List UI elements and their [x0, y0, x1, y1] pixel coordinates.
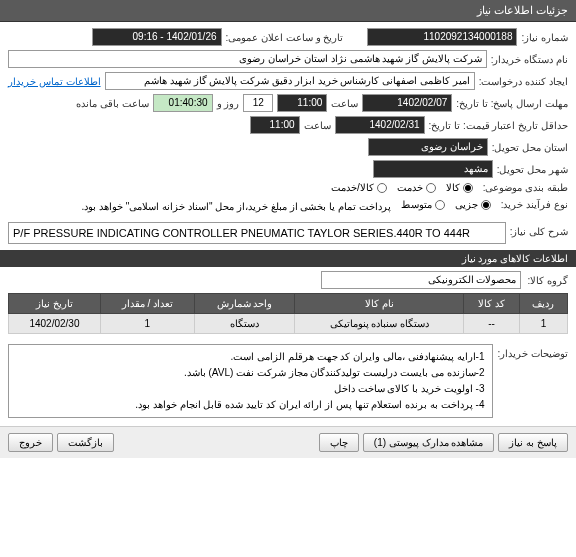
- need-number-label: شماره نیاز:: [521, 32, 568, 43]
- note-line: 3- اولویت خرید با کالای ساخت داخل: [17, 381, 484, 397]
- table-row[interactable]: 1 -- دستگاه سنباده پنوماتیکی دستگاه 1 14…: [9, 314, 568, 334]
- price-valid-date: 1402/02/31: [335, 116, 425, 134]
- buyer-label: نام دستگاه خریدار:: [491, 54, 568, 65]
- province-label: استان محل تحویل:: [492, 142, 568, 153]
- th-row: ردیف: [519, 294, 567, 314]
- creator-value: امیر کاظمی اصفهانی کارشناس خرید ابزار دق…: [105, 72, 475, 90]
- form-section: شماره نیاز: 1102092134000188 تاریخ و ساع…: [0, 22, 576, 222]
- td-code: --: [464, 314, 520, 334]
- td-row: 1: [519, 314, 567, 334]
- group-value: محصولات الکترونیکی: [321, 271, 521, 289]
- province-value: خراسان رضوی: [368, 138, 488, 156]
- purchase-note: پرداخت تمام یا بخشی از مبلغ خرید،از محل …: [81, 201, 390, 212]
- th-date: تاریخ نیاز: [9, 294, 101, 314]
- radio-icon: [426, 183, 436, 193]
- city-label: شهر محل تحویل:: [497, 164, 568, 175]
- city-value: مشهد: [373, 160, 493, 178]
- price-valid-label: حداقل تاریخ اعتبار قیمت: تا تاریخ:: [429, 120, 568, 131]
- creator-label: ایجاد کننده درخواست:: [479, 76, 568, 87]
- hour-label-2: ساعت: [304, 120, 331, 131]
- deadline-min: 12: [243, 94, 273, 112]
- group-label: گروه کالا:: [527, 275, 568, 286]
- note-line: 4- پرداخت به برنده استعلام تنها پس از ار…: [17, 397, 484, 413]
- radio-medium[interactable]: متوسط: [401, 199, 445, 210]
- radio-both[interactable]: کالا/خدمت: [331, 182, 387, 193]
- announce-value: 1402/01/26 - 09:16: [92, 28, 222, 46]
- hour-label-1: ساعت: [331, 98, 358, 109]
- respond-button[interactable]: پاسخ به نیاز: [498, 433, 568, 452]
- header-bar: جزئیات اطلاعات نیاز: [0, 0, 576, 22]
- note-line: 1-ارایه پیشنهادفنی ،مالی وایران کد جهت ه…: [17, 349, 484, 365]
- td-unit: دستگاه: [194, 314, 295, 334]
- th-name: نام کالا: [295, 294, 464, 314]
- sub-header: اطلاعات کالاهای مورد نیاز: [0, 250, 576, 267]
- deadline-hour: 11:00: [277, 94, 327, 112]
- classification-label: طبقه بندی موضوعی:: [483, 182, 568, 193]
- remaining-label: ساعت باقی مانده: [76, 98, 149, 109]
- exit-button[interactable]: خروج: [8, 433, 53, 452]
- back-button[interactable]: بازگشت: [57, 433, 114, 452]
- header-title: جزئیات اطلاعات نیاز: [477, 4, 568, 16]
- radio-goods[interactable]: کالا: [446, 182, 473, 193]
- notes-label: توضیحات خریدار:: [497, 348, 568, 359]
- sub-header-title: اطلاعات کالاهای مورد نیاز: [462, 253, 568, 264]
- description-box: P/F PRESSURE INDICATING CONTROLLER PNEUM…: [8, 222, 506, 244]
- day-label: روز و: [217, 98, 240, 109]
- th-code: کد کالا: [464, 294, 520, 314]
- contact-link[interactable]: اطلاعات تماس خریدار: [8, 76, 101, 87]
- items-table: ردیف کد کالا نام کالا واحد شمارش تعداد /…: [8, 293, 568, 334]
- buyer-value: شرکت پالایش گاز شهید هاشمی نژاد استان خر…: [8, 50, 487, 68]
- notes-box: 1-ارایه پیشنهادفنی ،مالی وایران کد جهت ه…: [8, 344, 493, 418]
- td-qty: 1: [100, 314, 194, 334]
- radio-icon: [463, 183, 473, 193]
- th-unit: واحد شمارش: [194, 294, 295, 314]
- td-date: 1402/02/30: [9, 314, 101, 334]
- deadline-date: 1402/02/07: [362, 94, 452, 112]
- radio-icon: [377, 183, 387, 193]
- radio-service[interactable]: خدمت: [397, 182, 436, 193]
- radio-icon: [435, 200, 445, 210]
- note-line: 2-سازنده می بایست درلیست تولیدکنندگان مج…: [17, 365, 484, 381]
- price-valid-hour: 11:00: [250, 116, 300, 134]
- process-label: نوع فرآیند خرید:: [501, 199, 568, 210]
- radio-minor[interactable]: جزیی: [455, 199, 491, 210]
- need-number-value: 1102092134000188: [367, 28, 517, 46]
- deadline-label: مهلت ارسال پاسخ: تا تاریخ:: [456, 98, 568, 109]
- th-qty: تعداد / مقدار: [100, 294, 194, 314]
- footer: پاسخ به نیاز مشاهده مدارک پیوستی (1) چاپ…: [0, 426, 576, 458]
- attachments-button[interactable]: مشاهده مدارک پیوستی (1): [363, 433, 495, 452]
- announce-label: تاریخ و ساعت اعلان عمومی:: [226, 32, 344, 43]
- radio-icon: [481, 200, 491, 210]
- countdown: 01:40:30: [153, 94, 213, 112]
- print-button[interactable]: چاپ: [319, 433, 359, 452]
- td-name: دستگاه سنباده پنوماتیکی: [295, 314, 464, 334]
- description-label: شرح کلی نیاز:: [510, 226, 568, 237]
